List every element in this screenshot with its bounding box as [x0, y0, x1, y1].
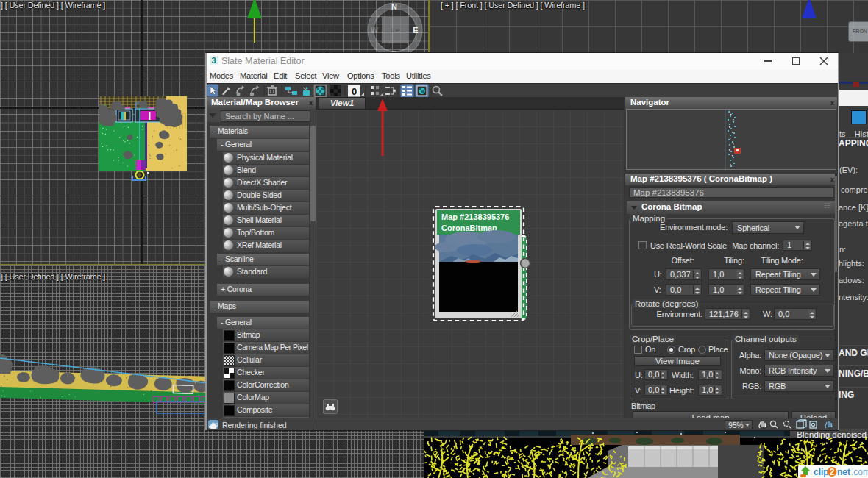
svg-text:N: N	[391, 2, 397, 11]
svg-text:TOP: TOP	[390, 28, 399, 33]
svg-text:2: 2	[830, 467, 835, 477]
svg-text:.com: .com	[851, 467, 868, 477]
svg-text:Map #2138395376: Map #2138395376	[441, 213, 509, 221]
svg-text:E: E	[413, 26, 418, 35]
svg-text:0: 0	[352, 86, 357, 97]
svg-text:net: net	[837, 467, 850, 477]
svg-text:W: W	[371, 26, 379, 35]
svg-text:clip: clip	[814, 467, 829, 477]
